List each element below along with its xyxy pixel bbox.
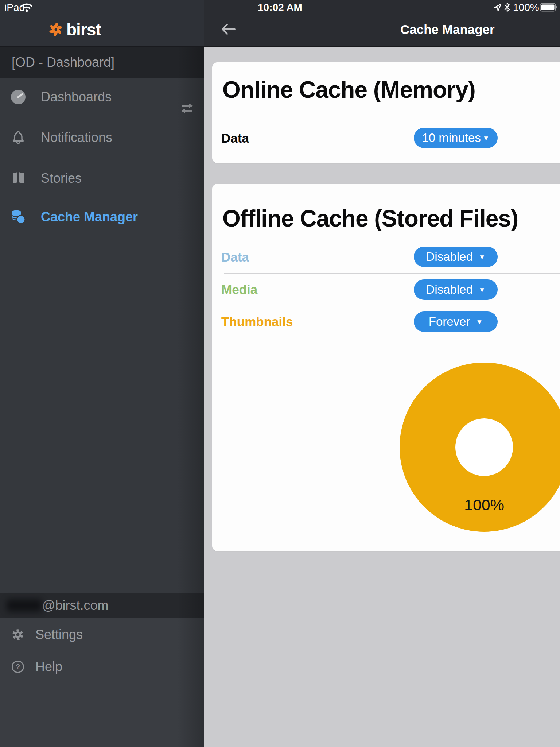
divider [224,306,560,306]
sidebar-item-label: Settings [35,627,83,642]
online-data-dropdown[interactable]: 10 minutes ▼ [414,128,498,148]
page-title: Cache Manager [400,22,495,37]
bluetooth-icon [504,2,510,14]
chevron-down-icon: ▼ [483,135,490,142]
location-arrow-icon [494,3,502,13]
workspace-label: [OD - Dashboard] [12,55,114,70]
dropdown-value: 10 minutes [422,131,481,145]
sidebar-item-label: Notifications [41,130,112,145]
divider [224,153,560,153]
bell-icon [10,129,26,146]
account-email-row: @birst.com [0,593,204,618]
offline-media-label: Media [221,282,257,297]
divider [224,338,560,338]
sidebar-item-label: Help [35,659,62,674]
account-email: @birst.com [42,598,109,613]
offline-thumbnails-label: Thumbnails [221,314,293,329]
workspace-selector[interactable]: [OD - Dashboard] [0,47,204,78]
birst-pinwheel-icon [48,22,63,37]
gauge-icon [10,89,26,105]
divider [224,121,560,121]
book-icon [10,170,26,186]
battery-percent: 100% [513,2,539,13]
offline-cache-title: Offline Cache (Stored Files) [222,205,518,232]
sidebar-item-cache-manager[interactable]: Cache Manager [0,205,204,229]
svg-text:?: ? [16,663,20,671]
logo-text: birst [66,21,101,38]
sidebar-item-help[interactable]: ? Help [0,657,204,677]
back-button[interactable] [219,22,237,37]
cache-database-icon [10,209,26,225]
online-data-label: Data [221,131,249,146]
divider [224,273,560,274]
sidebar-item-label: Cache Manager [41,209,138,225]
sidebar-item-label: Stories [41,171,82,186]
sidebar-item-settings[interactable]: Settings [0,624,204,645]
divider [224,241,560,241]
online-cache-card: Online Cache (Memory) Data 10 minutes ▼ [212,62,560,163]
sidebar-item-notifications[interactable]: Notifications [0,126,204,149]
chevron-down-icon: ▼ [479,286,486,293]
sidebar-item-dashboards[interactable]: Dashboards [0,85,204,109]
birst-logo: birst [48,21,101,38]
donut-percent-label: 100% [453,496,516,514]
help-icon: ? [11,660,25,674]
offline-cache-card: Offline Cache (Stored Files) Data Disabl… [212,184,560,551]
status-time: 10:02 AM [258,2,302,13]
offline-media-dropdown[interactable]: Disabled ▼ [414,279,498,300]
chevron-down-icon: ▼ [479,253,486,260]
chevron-down-icon: ▼ [476,318,483,325]
offline-data-label: Data [221,250,249,264]
gear-icon [11,628,25,642]
wifi-icon [20,3,33,14]
sidebar: birst [OD - Dashboard] Dashboards [0,0,204,747]
redacted-username [7,599,42,612]
sidebar-item-label: Dashboards [41,89,112,105]
offline-data-dropdown[interactable]: Disabled ▼ [414,247,498,267]
sidebar-footer: Settings ? Help Logout [0,618,204,747]
dropdown-value: Forever [429,315,470,329]
dropdown-value: Disabled [426,283,472,297]
sidebar-item-stories[interactable]: Stories [0,167,204,190]
offline-thumbnails-dropdown[interactable]: Forever ▼ [414,311,498,332]
online-cache-title: Online Cache (Memory) [222,76,475,103]
battery-icon [540,3,558,13]
dropdown-value: Disabled [426,250,472,264]
